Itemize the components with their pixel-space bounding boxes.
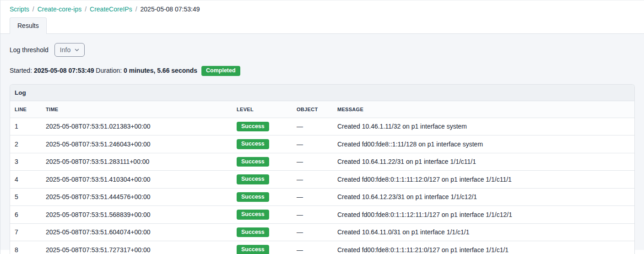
column-header-message: MESSAGE — [333, 101, 634, 118]
level-cell: Success — [232, 153, 292, 171]
object-cell: — — [292, 206, 333, 224]
column-header-time: TIME — [41, 101, 232, 118]
column-header-level: LEVEL — [232, 101, 292, 118]
log-table-header-row: LINETIMELEVELOBJECTMESSAGE — [10, 101, 634, 118]
message-cell: Created fd00:fde8::1:11/128 on p1 interf… — [333, 135, 634, 153]
line-cell: 1 — [10, 118, 41, 135]
breadcrumb-item-createcoreips[interactable]: CreateCoreIPs — [90, 5, 132, 13]
message-cell: Created 10.64.11.0/31 on p1 interface 1/… — [333, 223, 634, 241]
message-cell: Created fd00:fde8:0:1:1:11:21:0/127 on p… — [333, 241, 634, 254]
tab-results[interactable]: Results — [10, 17, 47, 34]
message-cell: Created 10.46.1.11/32 on p1 interface sy… — [333, 118, 634, 135]
log-card-title: Log — [10, 85, 634, 101]
results-panel: Log threshold Info Started: 2025-05-08 0… — [0, 34, 644, 250]
message-cell: Created fd00:fde8:0:1:1:11:12:0/127 on p… — [333, 171, 634, 189]
log-threshold-select[interactable]: Info — [54, 43, 85, 57]
level-badge: Success — [237, 122, 269, 132]
level-badge: Success — [237, 210, 269, 220]
log-threshold-label: Log threshold — [10, 46, 49, 54]
line-cell: 8 — [10, 241, 41, 254]
line-cell: 3 — [10, 153, 41, 171]
message-cell: Created 10.64.12.23/31 on p1 interface 1… — [333, 188, 634, 206]
level-badge: Success — [237, 245, 269, 254]
breadcrumb-item-2025-05-08-07-53-49: 2025-05-08 07:53:49 — [141, 5, 200, 13]
level-cell: Success — [232, 171, 292, 189]
object-cell: — — [292, 241, 333, 254]
log-row: 62025-05-08T07:53:51.568839+00:00Success… — [10, 206, 634, 224]
object-cell: — — [292, 118, 333, 135]
run-info: Started: 2025-05-08 07:53:49 Duration: 0… — [10, 66, 635, 76]
time-cell: 2025-05-08T07:53:51.568839+00:00 — [41, 206, 232, 224]
breadcrumb-item-create-core-ips[interactable]: Create-core-ips — [38, 5, 81, 13]
level-badge: Success — [237, 174, 269, 184]
level-cell: Success — [232, 206, 292, 224]
breadcrumb: Scripts/Create-core-ips/CreateCoreIPs/20… — [0, 0, 644, 17]
started-label: Started: — [10, 67, 32, 74]
status-badge: Completed — [201, 66, 240, 76]
breadcrumb-item-scripts[interactable]: Scripts — [10, 5, 29, 13]
level-cell: Success — [232, 223, 292, 241]
log-row: 72025-05-08T07:53:51.604074+00:00Success… — [10, 223, 634, 241]
column-header-line: LINE — [10, 101, 41, 118]
message-cell: Created fd00:fde8:0:1:1:12:11:1/127 on p… — [333, 206, 634, 224]
level-cell: Success — [232, 241, 292, 254]
time-cell: 2025-05-08T07:53:51.021383+00:00 — [41, 118, 232, 135]
object-cell: — — [292, 171, 333, 189]
time-cell: 2025-05-08T07:53:51.246043+00:00 — [41, 135, 232, 153]
duration-value: 0 minutes, 5.66 seconds — [124, 67, 197, 74]
log-row: 52025-05-08T07:53:51.444576+00:00Success… — [10, 188, 634, 206]
level-cell: Success — [232, 118, 292, 135]
breadcrumb-separator: / — [32, 5, 34, 13]
level-badge: Success — [237, 227, 269, 238]
line-cell: 4 — [10, 171, 41, 189]
object-cell: — — [292, 135, 333, 153]
tab-bar: Results — [0, 17, 644, 34]
object-cell: — — [292, 223, 333, 241]
line-cell: 5 — [10, 188, 41, 206]
log-row: 32025-05-08T07:53:51.283111+00:00Success… — [10, 153, 634, 171]
line-cell: 6 — [10, 206, 41, 224]
log-row: 12025-05-08T07:53:51.021383+00:00Success… — [10, 118, 634, 135]
line-cell: 2 — [10, 135, 41, 153]
duration-label: Duration: — [96, 67, 122, 74]
log-table: LINETIMELEVELOBJECTMESSAGE 12025-05-08T0… — [10, 101, 634, 254]
level-badge: Success — [237, 139, 269, 149]
started-value: 2025-05-08 07:53:49 — [34, 67, 94, 74]
log-threshold-row: Log threshold Info — [10, 43, 635, 57]
breadcrumb-separator: / — [85, 5, 87, 13]
object-cell: — — [292, 153, 333, 171]
log-threshold-value: Info — [60, 46, 70, 54]
column-header-object: OBJECT — [292, 101, 333, 118]
log-row: 22025-05-08T07:53:51.246043+00:00Success… — [10, 135, 634, 153]
level-cell: Success — [232, 188, 292, 206]
level-cell: Success — [232, 135, 292, 153]
object-cell: — — [292, 188, 333, 206]
log-card: Log LINETIMELEVELOBJECTMESSAGE 12025-05-… — [10, 84, 635, 254]
time-cell: 2025-05-08T07:53:51.727317+00:00 — [41, 241, 232, 254]
level-badge: Success — [237, 157, 269, 167]
message-cell: Created 10.64.11.22/31 on p1 interface 1… — [333, 153, 634, 171]
time-cell: 2025-05-08T07:53:51.444576+00:00 — [41, 188, 232, 206]
time-cell: 2025-05-08T07:53:51.283111+00:00 — [41, 153, 232, 171]
level-badge: Success — [237, 192, 269, 202]
time-cell: 2025-05-08T07:53:51.410304+00:00 — [41, 171, 232, 189]
chevron-down-icon — [75, 48, 79, 52]
log-row: 82025-05-08T07:53:51.727317+00:00Success… — [10, 241, 634, 254]
line-cell: 7 — [10, 223, 41, 241]
time-cell: 2025-05-08T07:53:51.604074+00:00 — [41, 223, 232, 241]
breadcrumb-separator: / — [135, 5, 137, 13]
log-row: 42025-05-08T07:53:51.410304+00:00Success… — [10, 171, 634, 189]
